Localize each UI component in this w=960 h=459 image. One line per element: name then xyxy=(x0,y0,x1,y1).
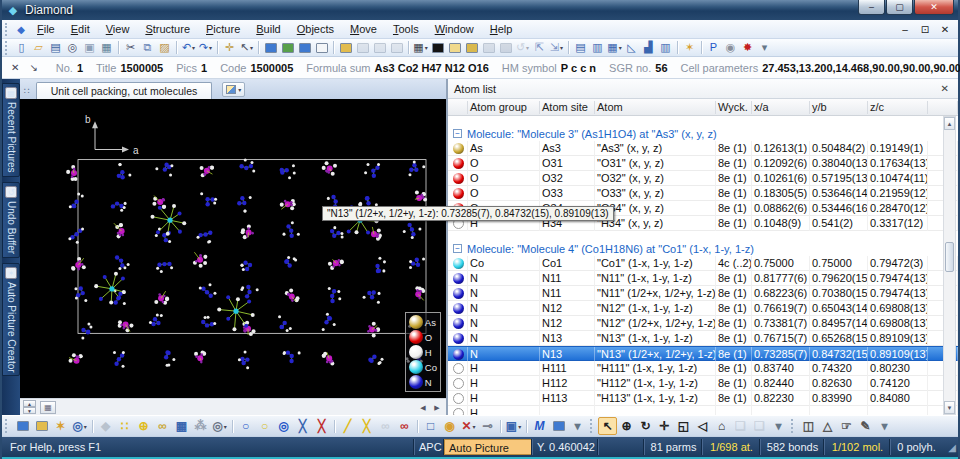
status-segment-auto-picture[interactable]: Auto Picture xyxy=(444,439,532,455)
toolbar-overflow4-icon[interactable]: ▾ xyxy=(875,417,894,435)
add-atom-icon[interactable]: ⊕ xyxy=(134,417,153,435)
grid-options-icon[interactable]: ▦▾ xyxy=(412,40,429,56)
title-bar[interactable]: ◆ Diamond – ▢ ✕ xyxy=(2,0,958,20)
toolbar-grip[interactable] xyxy=(590,419,595,433)
new-picture-button[interactable]: ▾ xyxy=(222,82,245,97)
picture-copy-icon[interactable] xyxy=(480,40,497,56)
send-picture-icon[interactable]: ⇲▾ xyxy=(548,40,565,56)
minimize-button[interactable]: – xyxy=(858,0,885,15)
table-new-icon[interactable] xyxy=(337,40,354,56)
column-header-y-b[interactable]: y/b xyxy=(810,101,868,114)
print-preview-icon[interactable]: ▣ xyxy=(81,40,98,56)
document-tab-active[interactable]: Unit cell packing, cut molecules xyxy=(36,82,212,99)
scroll-right-icon[interactable]: ▶ xyxy=(430,401,444,414)
canvas-scrollbar[interactable]: ▲▼ ▦ ◀ ▶ xyxy=(20,398,446,415)
atom-table-header[interactable]: Atom groupAtom siteAtomWyck.x/ay/bz/c xyxy=(448,99,958,116)
ring-yellow-icon[interactable]: ○ xyxy=(255,417,274,435)
bond-x-icon[interactable]: ╳ xyxy=(357,417,376,435)
open-folder-icon[interactable]: ▱ xyxy=(30,40,47,56)
copy-icon[interactable]: ⧉ xyxy=(139,40,156,56)
column-header-x-a[interactable]: x/a xyxy=(752,101,810,114)
mdi-restore-button[interactable]: ⊡ xyxy=(918,24,932,35)
new-picture-icon[interactable] xyxy=(446,40,463,56)
photo-icon[interactable]: ◉ xyxy=(722,40,739,56)
column-header-wyck-[interactable]: Wyck. xyxy=(716,101,752,114)
undo-icon[interactable]: ↶▾ xyxy=(180,40,197,56)
auto-picture-wizard-icon[interactable]: ✶ xyxy=(51,417,70,435)
measurement-icon[interactable]: M xyxy=(530,417,549,435)
scrollbar-thumb[interactable] xyxy=(945,242,954,272)
menu-item-view[interactable]: View xyxy=(98,21,138,37)
sidebar-tab-recent-pictures[interactable]: ▦Recent Pictures xyxy=(2,83,20,177)
info-apply-icon[interactable]: ↘ xyxy=(24,62,42,73)
packing-range-icon[interactable]: ◎▾ xyxy=(210,417,229,435)
diagram-delta-icon[interactable]: ◺ xyxy=(623,40,640,56)
atom-row[interactable]: NN12"N12" (1/2+x, 1/2+y, 1-z)8e (1)0.733… xyxy=(448,316,958,331)
tilt-mode-icon[interactable]: ◁ xyxy=(693,417,712,435)
menu-item-file[interactable]: File xyxy=(29,21,63,37)
zoom-picture-icon[interactable]: ◎▾ xyxy=(70,417,89,435)
atom-row[interactable]: H xyxy=(448,406,958,415)
table-edit-icon[interactable] xyxy=(371,40,388,56)
ring-red-icon[interactable]: ∞ xyxy=(395,417,414,435)
frame-spinner[interactable]: ▲▼ xyxy=(23,400,36,414)
net-blue-icon[interactable]: ╳ xyxy=(293,417,312,435)
toolbar-grip[interactable] xyxy=(5,419,10,433)
atom-row[interactable]: OO32"O32" (x, y, z)8e (1)0.10261(6)0.571… xyxy=(448,171,958,186)
redo-icon[interactable]: ↷▾ xyxy=(197,40,214,56)
rings-stack-icon[interactable]: ◎ xyxy=(274,417,293,435)
atom-row[interactable]: HH113"H113" (1-x, 1-y, 1-z)8e (1)0.82230… xyxy=(448,391,958,406)
zoom-box-mode-icon[interactable]: ◱ xyxy=(674,417,693,435)
toolbar-overflow3-icon[interactable]: ▾ xyxy=(769,417,788,435)
center-mode-icon[interactable]: ⊕ xyxy=(617,417,636,435)
column-header-z-c[interactable]: z/c xyxy=(868,101,928,114)
sidebar-tab-auto-picture-creator[interactable]: ✶Auto Picture Creator xyxy=(2,263,20,377)
home-view-icon[interactable]: ⌂ xyxy=(712,417,731,435)
info-close-icon[interactable]: ✕ xyxy=(6,62,24,73)
column-header-atom-site[interactable]: Atom site xyxy=(540,101,595,114)
mdi-minimize-button[interactable]: – xyxy=(898,24,912,35)
unit-cell-box-icon[interactable]: □ xyxy=(421,417,440,435)
destroy-icon[interactable]: ✕▾ xyxy=(459,417,478,435)
resize-grip-icon[interactable]: ◢ xyxy=(942,442,958,453)
atom-row[interactable]: OO31"O31" (x, y, z)8e (1)0.12092(6)0.380… xyxy=(448,156,958,171)
ring-blue-icon[interactable]: ○ xyxy=(236,417,255,435)
video-track-icon[interactable]: ✸ xyxy=(739,40,756,56)
powder-pattern-icon[interactable]: P xyxy=(705,40,722,56)
scroll-down-icon[interactable]: ▼ xyxy=(944,401,955,414)
atom-row[interactable]: AsAs3"As3" (x, y, z)8e (1)0.12613(1)0.50… xyxy=(448,141,958,156)
menu-item-move[interactable]: Move xyxy=(342,21,385,37)
picture-add2-icon[interactable] xyxy=(32,417,51,435)
print-icon[interactable]: ▦ xyxy=(98,40,115,56)
coordination-icon[interactable]: ⊸ xyxy=(478,417,497,435)
molecule-group-header[interactable]: −Molecule: "Molecule 3" (As1H1O4) at "As… xyxy=(448,126,958,141)
picture-globe-icon[interactable] xyxy=(549,417,568,435)
picture-lock-icon[interactable] xyxy=(497,40,514,56)
atom-row[interactable]: NN11"N11" (1/2+x, 1/2+y, 1-z)8e (1)0.682… xyxy=(448,286,958,301)
atom-row[interactable]: OO33"O33" (x, y, z)8e (1)0.18305(5)0.536… xyxy=(448,186,958,201)
layout-split-icon[interactable]: ▥ xyxy=(589,40,606,56)
powder-diagram-icon[interactable]: ◫ xyxy=(799,417,818,435)
picture-blank-icon[interactable] xyxy=(313,40,330,56)
polyhedron-icon[interactable]: ◆ xyxy=(96,417,115,435)
mdi-close-button[interactable]: ✕ xyxy=(938,24,952,35)
cluster-icon[interactable]: ⁂ xyxy=(191,417,210,435)
diagram-histogram-icon[interactable]: ▟ xyxy=(640,40,657,56)
fill-unit-cell-icon[interactable]: ▣▾ xyxy=(504,417,523,435)
prev-view-icon[interactable]: ❏ xyxy=(731,417,750,435)
wizard-icon[interactable]: ✶ xyxy=(681,40,698,56)
panel-close-icon[interactable]: ✕ xyxy=(938,83,952,94)
menu-item-structure[interactable]: Structure xyxy=(137,21,198,37)
scroll-up-icon[interactable]: ▲ xyxy=(944,117,955,130)
picture-rotate-icon[interactable] xyxy=(296,40,313,56)
toolbar-overflow2-icon[interactable]: ▾ xyxy=(568,417,587,435)
add-molecules-icon[interactable]: ∷ xyxy=(115,417,134,435)
menu-item-tools[interactable]: Tools xyxy=(385,21,427,37)
menu-item-objects[interactable]: Objects xyxy=(289,21,342,37)
diagram-table-icon[interactable]: ▥ xyxy=(657,40,674,56)
sidebar-tab-undo-buffer[interactable]: ↺Undo Buffer xyxy=(2,182,20,258)
draw-tool-icon[interactable]: ✎ xyxy=(856,417,875,435)
menu-item-picture[interactable]: Picture xyxy=(198,21,248,37)
export-picture-icon[interactable]: ⇱ xyxy=(531,40,548,56)
fill-range-icon[interactable]: ▦ xyxy=(172,417,191,435)
